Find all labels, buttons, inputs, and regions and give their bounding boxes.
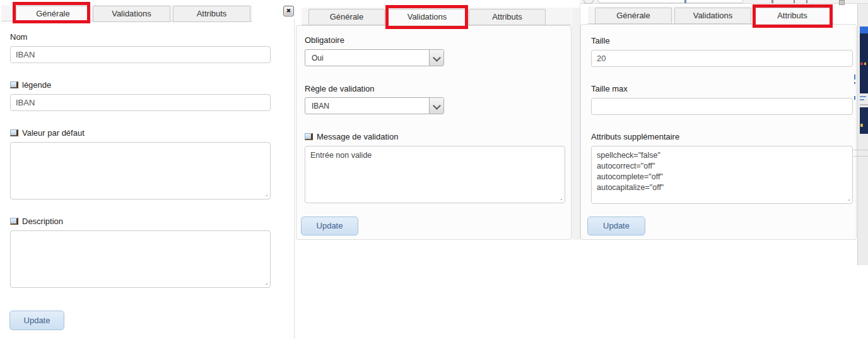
screenshot-root: Générale Validations Attributs ✖ Nom lég… <box>0 0 868 339</box>
valeur-par-defaut-textarea-wrap <box>10 142 271 199</box>
tab-attributs-3[interactable]: Attributs <box>754 8 831 24</box>
page-background-strip <box>572 8 580 240</box>
screenshot-edge-artifact <box>860 107 868 134</box>
text-field-icon <box>10 81 18 88</box>
browser-chrome-fragment <box>839 0 845 5</box>
valeur-par-defaut-label-text: Valeur par défaut <box>22 128 85 138</box>
tab-validations-1[interactable]: Validations <box>93 6 170 22</box>
close-icon[interactable]: ✖ <box>283 6 294 16</box>
text-field-icon <box>10 129 18 136</box>
tab-generale-1[interactable]: Générale <box>16 6 90 22</box>
message-validation-label: Message de validation <box>305 132 398 141</box>
legende-input[interactable] <box>10 94 271 111</box>
regle-validation-label: Règle de validation <box>305 84 375 93</box>
description-textarea[interactable] <box>11 231 270 287</box>
screenshot-edge-artifact <box>854 96 855 100</box>
nom-input[interactable] <box>10 46 271 63</box>
description-label-text: Description <box>22 217 63 226</box>
text-field-icon <box>305 133 313 140</box>
update-button-attributs[interactable]: Update <box>587 217 645 235</box>
attributs-supplementaire-textarea[interactable]: spellcheck="false" autocorrect="off" aut… <box>592 146 852 203</box>
tab-generale-3[interactable]: Générale <box>595 8 672 24</box>
message-validation-textarea[interactable]: Entrée non valide <box>305 146 565 203</box>
update-button-generale[interactable]: Update <box>9 311 64 330</box>
taille-label: Taille <box>591 36 610 45</box>
nom-label: Nom <box>10 32 27 42</box>
tab-attributs-1[interactable]: Attributs <box>173 6 250 22</box>
valeur-par-defaut-textarea[interactable] <box>11 143 270 199</box>
browser-chrome-fragment <box>806 0 807 3</box>
screenshot-edge-artifact <box>864 62 866 65</box>
screenshot-edge-artifact <box>860 124 863 127</box>
screenshot-edge-artifact <box>860 99 864 100</box>
screenshot-edge-artifact <box>860 96 866 97</box>
obligatoire-label: Obligatoire <box>305 35 344 45</box>
chevron-down-icon[interactable] <box>429 50 443 66</box>
tab-validations-3[interactable]: Validations <box>674 8 751 24</box>
taille-max-label: Taille max <box>591 84 628 93</box>
browser-chrome-fragment <box>684 0 686 3</box>
browser-chrome-fragment <box>794 0 795 3</box>
regle-validation-select-value: IBAN <box>312 102 329 110</box>
attributs-supplementaire-label: Attributs supplémentaire <box>591 132 679 141</box>
message-validation-label-text: Message de validation <box>317 132 398 141</box>
valeur-par-defaut-label: Valeur par défaut <box>10 128 85 138</box>
message-validation-textarea-wrap: Entrée non valide <box>305 146 565 203</box>
screenshot-edge-artifact <box>860 27 868 33</box>
screenshot-edge-artifact <box>853 156 868 157</box>
legende-label-text: légende <box>22 80 51 90</box>
obligatoire-select[interactable]: Oui <box>305 49 444 66</box>
screenshot-edge-artifact <box>860 62 863 65</box>
description-textarea-wrap <box>10 230 271 288</box>
text-field-icon <box>10 218 18 225</box>
browser-chrome-fragment <box>771 0 773 3</box>
tab-attributs-2[interactable]: Attributs <box>469 9 546 25</box>
obligatoire-select-value: Oui <box>312 54 324 62</box>
screenshot-edge-artifact <box>854 74 855 80</box>
screenshot-edge-artifact <box>854 82 855 84</box>
taille-max-input[interactable] <box>591 98 853 115</box>
description-label: Description <box>10 217 63 226</box>
regle-validation-select[interactable]: IBAN <box>305 97 444 114</box>
tab-generale-2[interactable]: Générale <box>308 9 385 25</box>
browser-chrome-fragment <box>598 0 743 3</box>
chevron-down-icon[interactable] <box>429 98 443 114</box>
attributs-supplementaire-textarea-wrap: spellcheck="false" autocorrect="off" aut… <box>591 146 853 204</box>
legende-label: légende <box>10 80 51 90</box>
tab-validations-2[interactable]: Validations <box>387 9 467 25</box>
panel-divider <box>294 19 295 339</box>
screenshot-edge-artifact <box>860 104 868 105</box>
taille-input[interactable] <box>591 50 853 67</box>
screenshot-edge-artifact <box>853 150 868 150</box>
update-button-validations[interactable]: Update <box>301 217 358 235</box>
